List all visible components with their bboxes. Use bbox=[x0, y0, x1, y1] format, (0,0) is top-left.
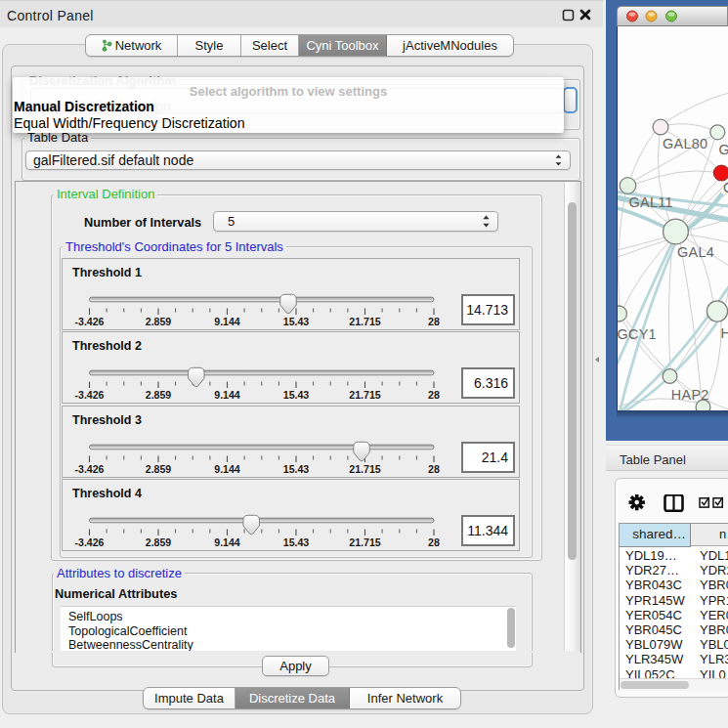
svg-text:21.715: 21.715 bbox=[349, 389, 381, 401]
svg-text:GAL4: GAL4 bbox=[677, 244, 714, 260]
svg-text:15.43: 15.43 bbox=[283, 316, 310, 327]
svg-text:-3.426: -3.426 bbox=[74, 463, 104, 475]
svg-text:GAL11: GAL11 bbox=[629, 194, 673, 210]
svg-text:9.144: 9.144 bbox=[214, 536, 240, 548]
svg-text:28: 28 bbox=[428, 389, 440, 401]
svg-text:28: 28 bbox=[428, 316, 440, 327]
svg-text:-3.426: -3.426 bbox=[74, 316, 104, 327]
svg-text:15.43: 15.43 bbox=[283, 536, 310, 548]
svg-text:CY: CY bbox=[723, 180, 728, 195]
svg-text:9.144: 9.144 bbox=[214, 389, 240, 401]
svg-text:21.715: 21.715 bbox=[349, 536, 381, 548]
svg-text:28: 28 bbox=[428, 463, 440, 475]
svg-text:GAL80: GAL80 bbox=[663, 136, 707, 151]
svg-text:28: 28 bbox=[428, 536, 440, 548]
svg-text:-3.426: -3.426 bbox=[74, 536, 104, 548]
svg-text:GCY1: GCY1 bbox=[618, 326, 657, 342]
svg-text:21.715: 21.715 bbox=[349, 463, 381, 475]
svg-text:2.859: 2.859 bbox=[146, 463, 172, 475]
svg-text:-3.426: -3.426 bbox=[74, 389, 104, 401]
svg-text:9.144: 9.144 bbox=[214, 316, 240, 327]
svg-text:2.859: 2.859 bbox=[146, 536, 172, 548]
svg-text:2.859: 2.859 bbox=[146, 316, 172, 327]
svg-text:H: H bbox=[721, 325, 728, 341]
svg-text:GAL3: GAL3 bbox=[719, 142, 728, 157]
svg-text:9.144: 9.144 bbox=[214, 463, 240, 475]
svg-text:15.43: 15.43 bbox=[283, 463, 310, 475]
svg-text:21.715: 21.715 bbox=[349, 316, 381, 327]
svg-text:15.43: 15.43 bbox=[283, 389, 310, 401]
svg-text:2.859: 2.859 bbox=[146, 389, 172, 401]
svg-text:HAP2: HAP2 bbox=[671, 387, 709, 403]
